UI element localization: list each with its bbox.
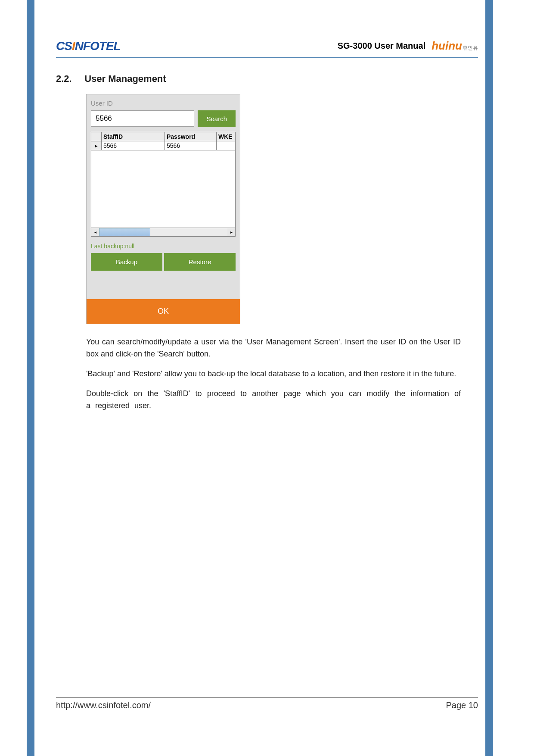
logo-part-i: I (72, 39, 75, 53)
col-password[interactable]: Password (165, 132, 217, 141)
footer-url: http://www.csinfotel.com/ (56, 700, 151, 710)
page-header: CSINFOTEL SG-3000 User Manual huinu휴인유 (56, 34, 478, 58)
col-rowhead (91, 132, 102, 141)
page-border-right (485, 0, 493, 756)
spacer (91, 275, 236, 299)
cell-staffid[interactable]: 5566 (102, 141, 165, 150)
section-heading: 2.2. User Management (56, 73, 461, 84)
paragraph-1: You can search/modify/update a user via … (86, 336, 461, 360)
restore-button[interactable]: Restore (164, 253, 236, 271)
document-title: SG-3000 User Manual (338, 41, 426, 51)
scroll-left-icon[interactable]: ◂ (91, 228, 99, 236)
logo-huinu-text: huinu (432, 39, 462, 52)
logo-csinfotel: CSINFOTEL (56, 39, 121, 53)
results-table: StaffID Password WKE ▸ 5566 5566 (91, 132, 236, 150)
last-backup-label: Last backup:null (91, 243, 236, 250)
logo-part-cs: CS (56, 39, 72, 53)
last-backup-text: Last backup: (91, 243, 125, 250)
logo-huinu-sub: 휴인유 (463, 45, 478, 51)
last-backup-value: null (125, 243, 134, 250)
body-text: You can search/modify/update a user via … (86, 336, 461, 412)
col-staffid[interactable]: StaffID (102, 132, 165, 141)
col-wke[interactable]: WKE (217, 132, 236, 141)
app-screenshot: User ID 5566 Search StaffID Password WKE… (86, 94, 240, 324)
cell-password: 5566 (165, 141, 217, 150)
table-empty-area (91, 150, 236, 228)
footer-page: Page 10 (446, 700, 478, 710)
logo-huinu: huinu휴인유 (432, 39, 478, 53)
logo-part-nfotel: NFOTEL (75, 39, 121, 53)
paragraph-3: Double-click on the 'StaffID' to proceed… (86, 388, 461, 412)
section-title: User Management (84, 73, 166, 84)
scroll-right-icon[interactable]: ▸ (227, 228, 235, 236)
user-id-input[interactable]: 5566 (91, 110, 194, 127)
page-footer: http://www.csinfotel.com/ Page 10 (56, 697, 478, 710)
horizontal-scrollbar[interactable]: ◂ ▸ (91, 228, 236, 237)
scroll-thumb[interactable] (99, 228, 150, 236)
cell-wke (217, 141, 236, 150)
page-border-left (27, 0, 34, 756)
user-id-label: User ID (91, 100, 236, 107)
backup-button[interactable]: Backup (91, 253, 162, 271)
section-number: 2.2. (56, 73, 82, 84)
row-marker-icon: ▸ (91, 141, 102, 150)
scroll-track[interactable] (99, 228, 227, 236)
paragraph-2: 'Backup' and 'Restore' allow you to back… (86, 368, 461, 380)
ok-button[interactable]: OK (87, 299, 240, 324)
search-button[interactable]: Search (198, 110, 236, 127)
table-row[interactable]: ▸ 5566 5566 (91, 141, 236, 150)
